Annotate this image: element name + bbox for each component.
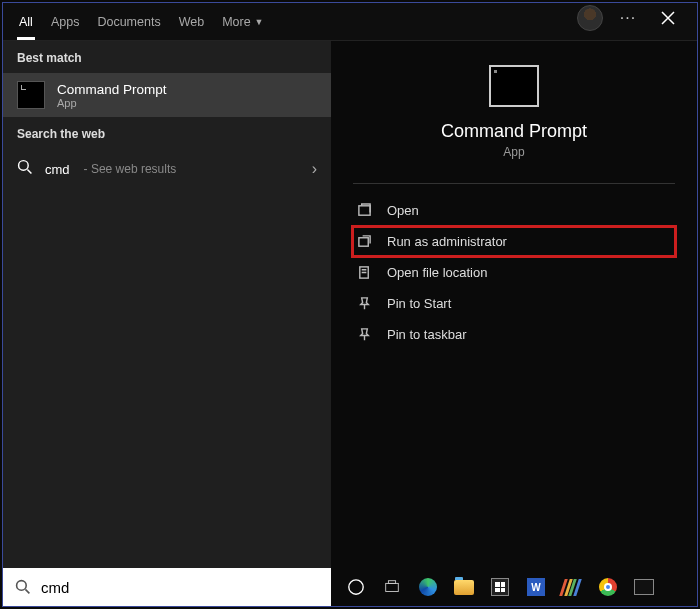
tab-label: Apps [51,15,80,29]
taskbar-chrome[interactable] [597,576,619,598]
result-title: Command Prompt [57,82,167,97]
web-query: cmd [45,162,70,177]
result-subtitle: App [57,97,167,109]
chevron-right-icon: › [312,160,317,178]
tab-label: All [19,15,33,29]
search-input[interactable] [41,579,319,596]
tab-all[interactable]: All [19,3,33,40]
svg-rect-1 [358,206,369,215]
folder-icon [454,580,474,595]
terminal-icon [634,579,654,595]
header: All Apps Documents Web More▼ ··· [3,3,697,41]
user-avatar[interactable] [577,5,603,31]
store-icon [491,578,509,596]
taskbar-terminal[interactable] [633,576,655,598]
action-label: Open [387,203,419,218]
close-button[interactable] [653,3,683,33]
more-options-button[interactable]: ··· [613,3,643,33]
word-icon: W [527,578,545,596]
tab-apps[interactable]: Apps [51,3,80,40]
preview-pane: Command Prompt App Open Run as administr… [331,41,697,568]
filter-tabs: All Apps Documents Web More▼ [19,3,577,40]
result-command-prompt[interactable]: Command Prompt App [3,73,331,117]
body: Best match Command Prompt App Search the… [3,41,697,568]
tab-web[interactable]: Web [179,3,204,40]
taskbar-word[interactable]: W [525,576,547,598]
stripes-icon [559,579,585,596]
edge-icon [419,578,437,596]
result-text: Command Prompt App [57,82,167,109]
tab-label: Documents [97,15,160,29]
command-prompt-icon [17,81,45,109]
svg-point-4 [17,581,27,591]
open-icon [355,203,373,218]
action-pin-to-start[interactable]: Pin to Start [353,289,675,318]
folder-icon [355,265,373,280]
tab-more[interactable]: More▼ [222,3,263,40]
taskbar-app-stripes[interactable] [561,576,583,598]
taskbar-store[interactable] [489,576,511,598]
divider [353,183,675,184]
preview-subtitle: App [503,145,524,159]
action-pin-to-taskbar[interactable]: Pin to taskbar [353,320,675,349]
pin-icon [355,296,373,311]
search-box[interactable] [3,568,331,606]
results-pane: Best match Command Prompt App Search the… [3,41,331,568]
chevron-down-icon: ▼ [255,17,264,27]
bottom-bar: W [3,568,697,606]
taskbar-file-explorer[interactable] [453,576,475,598]
admin-icon [355,234,373,249]
preview-header: Command Prompt App [331,41,697,171]
taskbar-cortana[interactable] [345,576,367,598]
command-prompt-icon [489,65,539,107]
action-label: Run as administrator [387,234,507,249]
cortana-icon [347,578,365,596]
taskbar-task-view[interactable] [381,576,403,598]
preview-title: Command Prompt [441,121,587,142]
action-run-as-administrator[interactable]: Run as administrator [353,227,675,256]
tab-label: Web [179,15,204,29]
search-web-label: Search the web [3,117,331,149]
svg-rect-7 [388,581,395,584]
action-label: Pin to taskbar [387,327,467,342]
action-open-file-location[interactable]: Open file location [353,258,675,287]
task-view-icon [383,578,401,596]
search-window: All Apps Documents Web More▼ ··· Best ma… [2,2,698,607]
search-icon [17,159,33,179]
action-label: Open file location [387,265,487,280]
web-suffix: - See web results [84,162,177,176]
chrome-icon [599,578,617,596]
tab-documents[interactable]: Documents [97,3,160,40]
close-icon [661,11,675,25]
pin-icon [355,327,373,342]
action-open[interactable]: Open [353,196,675,225]
taskbar-edge[interactable] [417,576,439,598]
svg-rect-2 [358,238,367,246]
svg-point-5 [349,580,363,594]
header-actions: ··· [577,3,693,33]
actions-list: Open Run as administrator Open file loca… [331,188,697,357]
svg-point-0 [19,161,29,171]
search-icon [15,579,31,595]
taskbar: W [331,576,697,598]
svg-rect-6 [386,583,399,591]
tab-label: More [222,15,250,29]
web-result[interactable]: cmd - See web results › [3,149,331,189]
action-label: Pin to Start [387,296,451,311]
best-match-label: Best match [3,41,331,73]
